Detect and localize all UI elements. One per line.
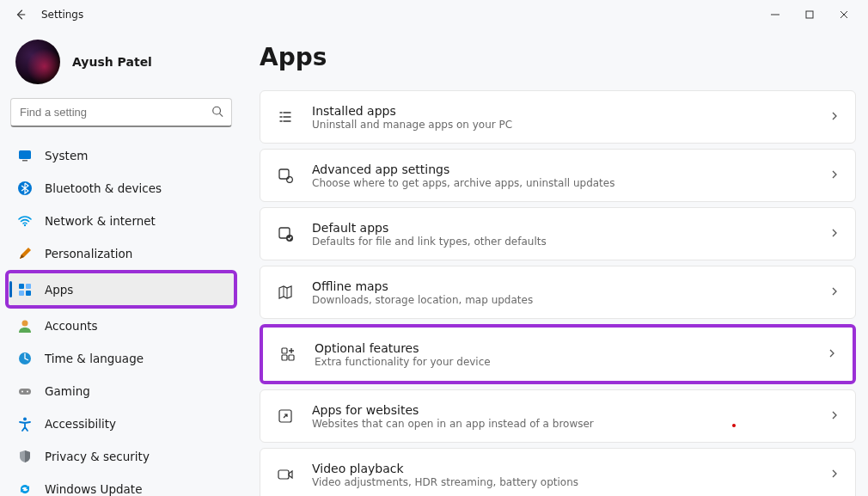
svg-rect-22	[282, 348, 287, 353]
sidebar-item-apps[interactable]: Apps	[9, 273, 234, 305]
card-title: Video playback	[312, 462, 829, 475]
window-title: Settings	[41, 9, 83, 21]
maximize-icon	[805, 10, 814, 19]
gamepad-icon	[17, 383, 33, 399]
map-icon	[276, 283, 295, 302]
card-offline-maps[interactable]: Offline maps Downloads, storage location…	[260, 266, 856, 319]
chevron-right-icon	[829, 111, 840, 124]
card-subtitle: Websites that can open in an app instead…	[312, 418, 829, 430]
sidebar-item-label: Time & language	[45, 352, 144, 365]
minimize-icon	[771, 10, 779, 19]
sidebar-item-label: Gaming	[45, 384, 90, 398]
highlight-sidebar-apps: Apps	[5, 270, 237, 309]
system-icon	[17, 148, 33, 163]
chevron-right-icon	[829, 468, 840, 481]
close-icon	[840, 10, 848, 19]
svg-point-15	[21, 390, 23, 392]
card-subtitle: Uninstall and manage apps on your PC	[312, 119, 829, 131]
svg-line-3	[220, 113, 223, 117]
sidebar-item-label: Network & internet	[45, 214, 156, 228]
sidebar-item-label: Privacy & security	[45, 450, 150, 463]
card-default-apps[interactable]: Default apps Defaults for file and link …	[260, 207, 856, 260]
sidebar-item-personalization[interactable]: Personalization	[9, 237, 234, 269]
sidebar-item-label: Accessibility	[45, 417, 116, 431]
svg-rect-9	[26, 284, 31, 289]
card-title: Default apps	[312, 221, 829, 235]
avatar	[15, 40, 60, 84]
card-apps-for-websites[interactable]: Apps for websites Websites that can open…	[260, 389, 856, 443]
chevron-right-icon	[829, 228, 840, 241]
window-controls	[758, 3, 861, 27]
svg-rect-24	[289, 355, 294, 360]
minimize-button[interactable]	[758, 3, 792, 27]
sidebar-item-accessibility[interactable]: Accessibility	[9, 407, 234, 439]
svg-rect-5	[22, 160, 28, 162]
card-title: Apps for websites	[312, 403, 829, 417]
sidebar-item-privacy[interactable]: Privacy & security	[9, 440, 234, 472]
search-icon	[211, 106, 223, 120]
svg-rect-4	[19, 150, 31, 159]
sidebar-item-bluetooth[interactable]: Bluetooth & devices	[9, 172, 234, 204]
list-icon	[276, 107, 295, 126]
close-button[interactable]	[827, 3, 861, 27]
sidebar-item-label: Apps	[45, 283, 73, 297]
card-title: Advanced app settings	[312, 162, 829, 176]
svg-point-17	[23, 417, 27, 420]
card-installed-apps[interactable]: Installed apps Uninstall and manage apps…	[260, 90, 856, 144]
globe-clock-icon	[17, 351, 33, 366]
default-check-icon	[276, 224, 295, 243]
card-optional-features[interactable]: Optional features Extra functionality fo…	[263, 328, 853, 381]
search-input[interactable]	[10, 98, 232, 127]
person-icon	[17, 318, 33, 334]
apps-icon	[17, 282, 33, 297]
nav: System Bluetooth & devices Network & int…	[9, 139, 234, 496]
brush-icon	[17, 246, 33, 261]
maximize-button[interactable]	[792, 3, 827, 27]
chevron-right-icon	[829, 169, 840, 182]
chevron-right-icon	[829, 286, 840, 299]
svg-rect-14	[19, 389, 31, 395]
shield-icon	[17, 449, 33, 464]
svg-rect-11	[26, 291, 31, 296]
svg-point-7	[24, 224, 26, 225]
sidebar-item-gaming[interactable]: Gaming	[9, 375, 234, 407]
main: Apps Installed apps Uninstall and manage…	[242, 29, 868, 496]
sidebar-item-label: System	[45, 149, 88, 162]
add-feature-icon	[278, 345, 297, 364]
card-subtitle: Video adjustments, HDR streaming, batter…	[312, 476, 829, 488]
card-advanced-app-settings[interactable]: Advanced app settings Choose where to ge…	[260, 149, 856, 202]
card-video-playback[interactable]: Video playback Video adjustments, HDR st…	[260, 448, 856, 496]
annotation-dot	[732, 424, 736, 427]
sidebar-item-accounts[interactable]: Accounts	[9, 309, 234, 341]
sidebar-item-label: Windows Update	[45, 482, 142, 496]
svg-rect-26	[278, 470, 289, 479]
sidebar-item-update[interactable]: Windows Update	[9, 473, 234, 496]
back-button[interactable]	[7, 1, 34, 28]
highlight-optional-features: Optional features Extra functionality fo…	[260, 324, 856, 384]
accessibility-icon	[17, 416, 33, 432]
arrow-left-icon	[15, 9, 27, 21]
search-wrap	[10, 98, 232, 127]
chevron-right-icon	[829, 410, 840, 423]
svg-rect-8	[19, 284, 24, 289]
sidebar-item-system[interactable]: System	[9, 139, 234, 171]
svg-point-16	[27, 390, 28, 392]
sidebar-item-time[interactable]: Time & language	[9, 342, 234, 374]
profile-name: Ayush Patel	[72, 55, 152, 69]
svg-rect-1	[806, 11, 813, 18]
svg-point-2	[213, 107, 221, 114]
bluetooth-icon	[17, 181, 33, 196]
sidebar: Ayush Patel System Bluetooth & devices N…	[0, 29, 242, 496]
card-subtitle: Defaults for file and link types, other …	[312, 236, 829, 248]
profile[interactable]: Ayush Patel	[9, 36, 234, 98]
cards-list: Installed apps Uninstall and manage apps…	[260, 90, 856, 496]
titlebar: Settings	[0, 0, 868, 29]
card-subtitle: Extra functionality for your device	[315, 356, 827, 368]
link-open-icon	[276, 407, 295, 426]
sidebar-item-network[interactable]: Network & internet	[9, 205, 234, 236]
sidebar-item-label: Accounts	[45, 319, 98, 333]
update-icon	[17, 481, 33, 497]
svg-rect-23	[282, 355, 287, 360]
page-title: Apps	[260, 43, 856, 71]
sidebar-item-label: Bluetooth & devices	[45, 181, 162, 195]
